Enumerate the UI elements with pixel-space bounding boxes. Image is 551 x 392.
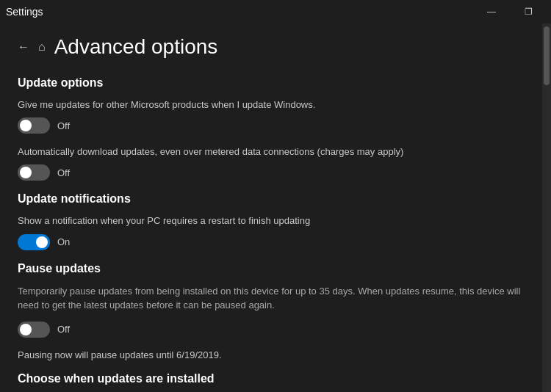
restart-notification-track bbox=[18, 234, 50, 250]
pause-info-text: Pausing now will pause updates until 6/1… bbox=[18, 349, 533, 360]
title-bar-title: Settings bbox=[6, 6, 43, 18]
update-notifications-section: Update notifications Show a notification… bbox=[18, 192, 533, 250]
pause-toggle-row: Off bbox=[18, 322, 533, 338]
pause-thumb bbox=[20, 324, 32, 335]
restart-notification-thumb bbox=[36, 236, 48, 248]
ms-products-track bbox=[18, 117, 50, 134]
main-content: ← ⌂ Advanced options Update options Give… bbox=[0, 23, 551, 392]
title-bar: Settings — ❐ bbox=[0, 0, 551, 23]
maximize-button[interactable]: ❐ bbox=[511, 0, 545, 23]
metered-toggle[interactable] bbox=[18, 164, 50, 181]
ms-products-toggle-row: Off bbox=[18, 117, 533, 134]
choose-when-title: Choose when updates are installed bbox=[18, 372, 533, 385]
pause-updates-title: Pause updates bbox=[18, 262, 533, 275]
ms-products-toggle-label: Off bbox=[57, 120, 70, 131]
scrollbar-thumb[interactable] bbox=[544, 26, 550, 85]
pause-track bbox=[18, 322, 50, 338]
metered-track bbox=[18, 164, 50, 181]
page-header: ← ⌂ Advanced options bbox=[18, 35, 533, 59]
pause-toggle-label: Off bbox=[57, 324, 70, 335]
restart-notification-label: Show a notification when your PC require… bbox=[18, 214, 533, 228]
title-bar-left: Settings bbox=[6, 6, 43, 18]
minimize-button[interactable]: — bbox=[475, 0, 508, 23]
ms-products-toggle[interactable] bbox=[18, 117, 50, 134]
metered-thumb bbox=[20, 167, 32, 178]
scrollbar[interactable] bbox=[542, 23, 551, 392]
restart-notification-toggle-label: On bbox=[57, 236, 70, 247]
update-options-title: Update options bbox=[18, 76, 533, 90]
pause-updates-description: Temporarily pause updates from being ins… bbox=[18, 284, 533, 313]
pause-toggle[interactable] bbox=[18, 322, 50, 338]
ms-products-label: Give me updates for other Microsoft prod… bbox=[18, 98, 533, 112]
metered-toggle-row: Off bbox=[18, 164, 533, 181]
main-container: ← ⌂ Advanced options Update options Give… bbox=[0, 23, 551, 392]
title-bar-controls: — ❐ bbox=[475, 0, 545, 23]
metered-toggle-label: Off bbox=[57, 167, 70, 178]
restart-notification-toggle[interactable] bbox=[18, 234, 50, 250]
home-icon: ⌂ bbox=[38, 40, 46, 54]
update-options-section: Update options Give me updates for other… bbox=[18, 76, 533, 181]
restart-toggle-row: On bbox=[18, 234, 533, 250]
choose-when-section: Choose when updates are installed Choose… bbox=[18, 372, 533, 392]
pause-updates-section: Pause updates Temporarily pause updates … bbox=[18, 262, 533, 360]
page-title: Advanced options bbox=[54, 35, 218, 59]
ms-products-thumb bbox=[20, 120, 32, 131]
update-notifications-title: Update notifications bbox=[18, 192, 533, 206]
back-button[interactable]: ← bbox=[18, 40, 29, 54]
metered-label: Automatically download updates, even ove… bbox=[18, 145, 533, 159]
